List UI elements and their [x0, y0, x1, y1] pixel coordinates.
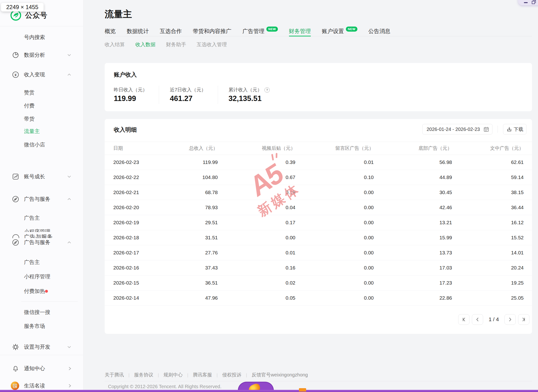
footer-divider: [105, 381, 532, 381]
column-header: 总收入（元）: [161, 145, 218, 151]
tab[interactable]: 互选合作: [160, 26, 182, 36]
tabs-divider: [105, 36, 532, 36]
download-button[interactable]: 下载: [503, 124, 527, 134]
cell-total: 27.76: [161, 250, 218, 256]
cell-video-ad: 0.39: [218, 159, 295, 165]
tab-label: 公告消息: [368, 28, 390, 35]
subtab-label: 收入结算: [105, 42, 125, 47]
subtab[interactable]: 收入结算: [105, 41, 125, 48]
compass-icon: [12, 239, 19, 246]
sidebar-item-miniprogram[interactable]: 小程序管理: [0, 271, 83, 282]
tab[interactable]: 公告消息: [368, 26, 390, 36]
sidebar-item-reward[interactable]: 赞赏: [0, 87, 83, 98]
sidebar-item-advertiser[interactable]: 广告主: [0, 212, 83, 224]
sidebar-section-settings-dev[interactable]: 设置与开发: [0, 341, 83, 353]
minimize-button[interactable]: [524, 2, 528, 3]
table-row: 2026-02-16 37.43 0.16 0.00 17.03 20.24: [105, 260, 532, 275]
tab[interactable]: 数据统计: [127, 26, 149, 36]
sidebar-item-wechat-store[interactable]: 微信小店: [0, 139, 83, 151]
chevron-down-icon: [67, 174, 71, 179]
calendar-icon: [483, 126, 489, 132]
sidebar-item-goods[interactable]: 带货: [0, 113, 83, 125]
sidebar-section-data-analysis[interactable]: 数据分析: [0, 49, 83, 61]
sidebar-inset-divider: [21, 301, 78, 302]
sidebar: 公众号 号内搜索 数据分析 ¥ 收入变现 赞赏 付费 带货 流量主 微信小店: [0, 0, 83, 392]
toolbar-separator: [498, 126, 498, 133]
table-row: 2026-02-14 47.96 0.05 0.00 22.86 25.05: [105, 291, 532, 306]
sidebar-section-notifications[interactable]: 通知中心: [0, 363, 83, 374]
sidebar-section-ads-services[interactable]: 广告与服务: [0, 193, 83, 205]
pagination: 1 / 4: [458, 314, 529, 325]
svg-text:¥: ¥: [15, 73, 17, 77]
tab-label: 带货和内容推广: [193, 28, 231, 35]
last-page-button[interactable]: [518, 314, 529, 325]
cell-video-ad: 0.05: [218, 295, 295, 301]
date-range-value: 2026-01-24 - 2026-02-23: [427, 127, 480, 132]
sidebar-item-traffic-master[interactable]: 流量主: [0, 126, 83, 137]
sidebar-item-paid[interactable]: 付费: [0, 100, 83, 112]
cell-article-ad: 20.24: [452, 265, 524, 271]
top-tabs: 概览 数据统计 互选合作 带货和内容推广 广告管理 NEW 财务管理 账户设置 …: [105, 26, 390, 36]
table-row: 2026-02-22 104.80 0.67 0.10 44.89 59.14: [105, 170, 532, 185]
cell-total: 47.96: [161, 295, 218, 301]
cell-comment-ad: 0.00: [295, 295, 374, 301]
chevron-down-icon: [67, 53, 71, 57]
cell-total: 68.78: [161, 190, 218, 195]
orange-decoration: [299, 388, 306, 392]
tab[interactable]: 概览: [105, 26, 116, 36]
mascot-flame-icon: [248, 383, 261, 390]
footer-link[interactable]: 关于腾讯: [105, 372, 134, 378]
new-badge: NEW: [346, 27, 357, 32]
date-range-picker[interactable]: 2026-01-24 - 2026-02-23: [422, 124, 492, 134]
stat-cumulative-value: 32,135.51: [229, 94, 262, 103]
cell-total: 29.51: [161, 220, 218, 225]
cell-comment-ad: 0.00: [295, 190, 374, 195]
compass-icon: [12, 196, 19, 203]
subtab[interactable]: 收入数据: [135, 41, 155, 48]
cell-video-ad: 0.67: [218, 174, 295, 180]
sidebar-item-advertiser-2[interactable]: 广告主: [0, 257, 83, 268]
sidebar-section-income[interactable]: ¥ 收入变现: [0, 69, 83, 80]
cell-date: 2026-02-14: [113, 295, 161, 301]
tab[interactable]: 广告管理 NEW: [242, 26, 278, 36]
next-page-button[interactable]: [504, 314, 516, 325]
subtab[interactable]: 财务助手: [166, 41, 186, 48]
footer-link[interactable]: 规则中心: [163, 372, 193, 378]
sidebar-item-wx-search[interactable]: 微信搜一搜: [0, 307, 83, 318]
footer-link[interactable]: 侵权投诉: [222, 372, 252, 378]
cell-bottom-ad: 13.21: [374, 220, 452, 225]
cell-date: 2026-02-20: [113, 205, 161, 210]
footer-link[interactable]: 反馈官号weixingongzhong: [252, 372, 308, 378]
stat-yesterday-value: 119.99: [114, 94, 136, 103]
subtab[interactable]: 互选收入管理: [197, 41, 227, 48]
stat-last7days-value: 461.27: [170, 94, 193, 103]
sidebar-section-account-growth[interactable]: 账号成长: [0, 171, 83, 182]
prev-page-button[interactable]: [472, 314, 483, 325]
sidebar-item-paid-boost[interactable]: 付费加热: [0, 286, 83, 297]
yen-circle-icon: ¥: [12, 71, 19, 78]
sidebar-section-ads-services-2[interactable]: 广告与服务: [0, 237, 83, 248]
table-row: 2026-02-17 27.76 0.01 0.00 13.73 14.01: [105, 245, 532, 260]
help-icon[interactable]: ?: [264, 87, 270, 93]
cell-bottom-ad: 44.89: [374, 174, 452, 180]
footer-link[interactable]: 服务协议: [134, 372, 164, 378]
first-page-button[interactable]: [458, 314, 469, 325]
tab[interactable]: 账户设置 NEW: [322, 26, 357, 36]
tab[interactable]: 财务管理: [289, 26, 311, 36]
column-header: 文中广告（元）: [452, 145, 524, 151]
cell-date: 2026-02-18: [113, 235, 161, 241]
cell-date: 2026-02-19: [113, 220, 161, 225]
restore-button[interactable]: [532, 1, 535, 4]
sidebar-item-service-market[interactable]: 服务市场: [0, 320, 83, 332]
cell-video-ad: 0.17: [218, 220, 295, 225]
sidebar-item-search[interactable]: 号内搜索: [0, 32, 83, 43]
mascot-decoration: [238, 382, 274, 390]
sub-tabs: 收入结算 收入数据 财务助手 互选收入管理: [105, 41, 227, 48]
cell-video-ad: 0.01: [218, 250, 295, 256]
column-header: 日期: [113, 145, 161, 151]
cell-total: 119.99: [161, 159, 218, 165]
chevron-right-icon: [68, 384, 71, 388]
tab[interactable]: 带货和内容推广: [193, 26, 231, 36]
cell-comment-ad: 0.00: [295, 265, 374, 271]
footer-link[interactable]: 腾讯客服: [193, 372, 222, 378]
